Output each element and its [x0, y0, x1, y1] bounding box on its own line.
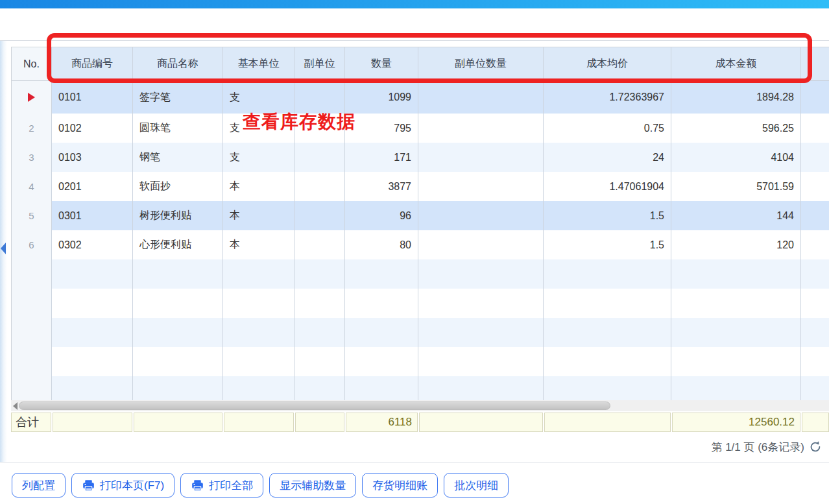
content-top-divider	[0, 40, 829, 41]
window-top-accent-bar	[0, 0, 829, 8]
table-row[interactable]: 4 0201 软面抄 本 3877 1.47061904 5701.59	[12, 172, 829, 201]
scrollbar-left-arrow-icon[interactable]	[13, 402, 18, 410]
cell-item-name: 软面抄	[133, 172, 223, 201]
totals-base-unit	[224, 413, 294, 432]
cell-item-name: 心形便利贴	[133, 230, 223, 259]
cell-sub-unit-qty	[418, 201, 544, 230]
printer-icon	[82, 479, 95, 492]
empty-row	[12, 259, 829, 289]
cell-row-number: 4	[12, 172, 52, 201]
totals-sub-unit	[295, 413, 344, 432]
cell-item-name: 签字笔	[133, 81, 223, 114]
button-label: 列配置	[22, 478, 55, 493]
splitter-collapse-icon[interactable]	[1, 243, 6, 254]
cell-avg-cost: 1.5	[544, 230, 671, 259]
cell-avg-cost: 1.47061904	[544, 172, 671, 201]
cell-cost-amount: 4104	[671, 143, 801, 172]
cell-sub-unit	[294, 230, 345, 259]
cell-row-number: 6	[12, 230, 52, 259]
header-avg-cost[interactable]: 成本均价	[544, 47, 671, 80]
totals-sub-unit-qty	[419, 413, 543, 432]
totals-extra	[802, 413, 829, 432]
cell-sub-unit-qty	[418, 81, 544, 114]
header-item-code[interactable]: 商品编号	[52, 47, 133, 80]
cell-quantity: 80	[345, 230, 418, 259]
empty-row	[12, 347, 829, 376]
cell-item-name: 树形便利贴	[133, 201, 223, 230]
cell-base-unit: 本	[223, 172, 294, 201]
cell-item-code: 0103	[52, 143, 133, 172]
cell-sub-unit-qty	[418, 172, 544, 201]
empty-row	[12, 376, 829, 400]
cell-base-unit: 本	[223, 201, 294, 230]
cell-item-code: 0201	[52, 172, 133, 201]
cell-extra	[801, 201, 829, 230]
totals-avg-cost	[544, 413, 671, 432]
header-quantity[interactable]: 数量	[345, 47, 418, 80]
cell-extra	[801, 81, 829, 114]
table-row[interactable]: 0101 签字笔 支 1099 1.72363967 1894.28	[12, 81, 829, 114]
table-row[interactable]: 5 0301 树形便利贴 本 96 1.5 144	[12, 201, 829, 230]
totals-row: 合计 6118 12560.12	[11, 413, 829, 432]
header-cost-amount[interactable]: 成本金额	[671, 47, 801, 80]
totals-item-name	[134, 413, 222, 432]
empty-row	[12, 289, 829, 318]
header-item-name[interactable]: 商品名称	[133, 47, 223, 80]
cell-extra	[801, 143, 829, 172]
inventory-ledger-button[interactable]: 存货明细账	[362, 473, 438, 498]
cell-item-name: 钢笔	[133, 143, 223, 172]
cell-row-number: 2	[12, 114, 52, 143]
cell-quantity: 3877	[345, 172, 418, 201]
current-row-marker	[12, 81, 52, 114]
cell-quantity: 96	[345, 201, 418, 230]
footer-toolbar: 列配置 打印本页(F7) 打印全部 显示辅助数量 存货明细账 批次明细	[12, 473, 509, 498]
totals-quantity: 6118	[346, 413, 418, 432]
horizontal-scrollbar[interactable]	[11, 400, 829, 411]
cell-extra	[801, 114, 829, 143]
table-row[interactable]: 2 0102 圆珠笔 支 795 0.75 596.25	[12, 114, 829, 143]
print-page-button[interactable]: 打印本页(F7)	[71, 473, 174, 498]
cell-cost-amount: 120	[671, 230, 801, 259]
table-header-row: No. 商品编号 商品名称 基本单位 副单位 数量 副单位数量 成本均价 成本金…	[12, 47, 829, 81]
cell-cost-amount: 1894.28	[671, 81, 801, 114]
refresh-icon[interactable]	[808, 440, 823, 454]
button-label: 打印本页(F7)	[100, 478, 164, 493]
cell-sub-unit-qty	[418, 114, 544, 143]
cell-base-unit: 支	[223, 143, 294, 172]
table-body: 0101 签字笔 支 1099 1.72363967 1894.28 2 010…	[12, 81, 829, 400]
header-base-unit[interactable]: 基本单位	[223, 47, 294, 80]
totals-item-code	[53, 413, 132, 432]
column-config-button[interactable]: 列配置	[12, 473, 66, 498]
batch-detail-button[interactable]: 批次明细	[444, 473, 509, 498]
scrollbar-thumb[interactable]	[19, 402, 610, 410]
cell-base-unit: 支	[223, 81, 294, 114]
header-sub-unit[interactable]: 副单位	[294, 47, 345, 80]
header-sub-unit-qty[interactable]: 副单位数量	[418, 47, 544, 80]
cell-cost-amount: 5701.59	[671, 172, 801, 201]
cell-cost-amount: 596.25	[671, 114, 801, 143]
cell-extra	[801, 172, 829, 201]
cell-sub-unit	[294, 81, 345, 114]
cell-avg-cost: 24	[544, 143, 671, 172]
cell-item-code: 0102	[52, 114, 133, 143]
cell-quantity: 795	[345, 114, 418, 143]
printer-icon	[191, 479, 204, 492]
cell-base-unit: 本	[223, 230, 294, 259]
table-row[interactable]: 3 0103 钢笔 支 171 24 4104	[12, 143, 829, 172]
button-label: 打印全部	[209, 478, 253, 493]
pagination-status: 第 1/1 页 (6条记录)	[0, 437, 804, 457]
cell-item-code: 0301	[52, 201, 133, 230]
cell-item-code: 0101	[52, 81, 133, 114]
button-label: 显示辅助数量	[280, 478, 346, 493]
cell-quantity: 1099	[345, 81, 418, 114]
cell-cost-amount: 144	[671, 201, 801, 230]
show-aux-quantity-button[interactable]: 显示辅助数量	[269, 473, 356, 498]
button-label: 存货明细账	[372, 478, 427, 493]
cell-avg-cost: 1.72363967	[544, 81, 671, 114]
cell-sub-unit	[294, 172, 345, 201]
table-row[interactable]: 6 0302 心形便利贴 本 80 1.5 120	[12, 230, 829, 259]
print-all-button[interactable]: 打印全部	[180, 473, 263, 498]
page-info-text: 第 1/1 页 (6条记录)	[711, 440, 804, 455]
current-row-arrow-icon	[28, 93, 35, 102]
header-no[interactable]: No.	[12, 47, 52, 80]
